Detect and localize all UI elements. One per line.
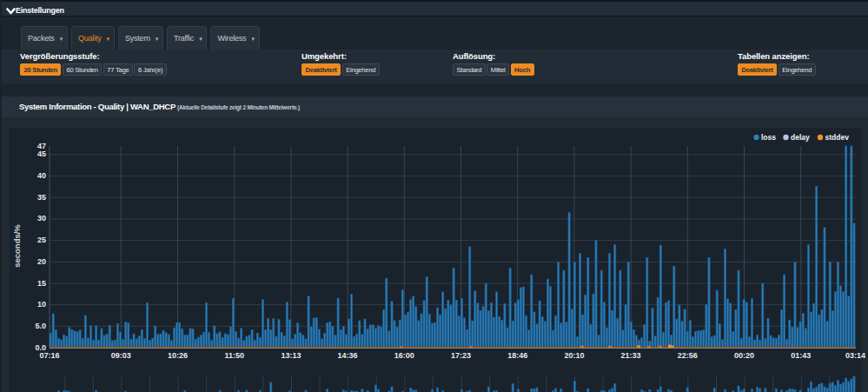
svg-text:seconds/%: seconds/% — [12, 224, 22, 268]
svg-text:10: 10 — [37, 300, 46, 309]
svg-text:16:00: 16:00 — [394, 351, 414, 360]
svg-text:40: 40 — [37, 171, 46, 180]
svg-text:09:03: 09:03 — [111, 351, 131, 360]
svg-text:13:13: 13:13 — [281, 351, 301, 360]
svg-text:14:36: 14:36 — [338, 351, 358, 360]
svg-text:45: 45 — [37, 149, 46, 158]
svg-text:01:43: 01:43 — [791, 351, 811, 360]
svg-text:21:33: 21:33 — [621, 351, 641, 360]
svg-text:22:56: 22:56 — [678, 351, 698, 360]
svg-text:07:16: 07:16 — [39, 351, 59, 360]
svg-text:20:10: 20:10 — [564, 351, 584, 360]
svg-text:delay: delay — [791, 133, 810, 142]
svg-text:25: 25 — [37, 236, 46, 244]
svg-text:00:20: 00:20 — [734, 351, 754, 360]
svg-text:loss: loss — [761, 133, 776, 142]
svg-text:18:46: 18:46 — [507, 351, 527, 360]
svg-text:35: 35 — [37, 193, 46, 202]
svg-text:20: 20 — [37, 257, 46, 266]
svg-text:15: 15 — [37, 279, 46, 288]
svg-text:5.0: 5.0 — [35, 322, 46, 330]
svg-text:11:50: 11:50 — [224, 351, 244, 360]
svg-text:10:26: 10:26 — [168, 351, 188, 360]
svg-text:47: 47 — [37, 142, 46, 150]
svg-text:stddev: stddev — [825, 133, 850, 142]
svg-text:17:23: 17:23 — [451, 351, 471, 360]
svg-text:03:14: 03:14 — [845, 351, 865, 360]
svg-text:30: 30 — [37, 214, 46, 223]
